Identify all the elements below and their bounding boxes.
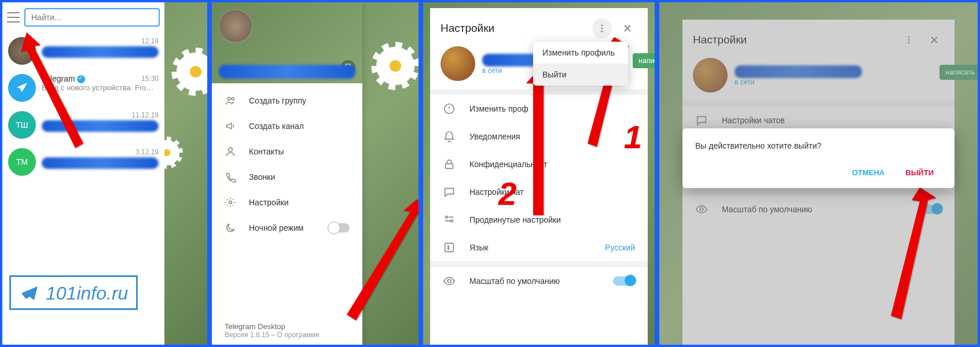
- panel-3-settings-menu: Настройки в сети написать Изменить проф …: [421, 0, 657, 347]
- logout-confirm-dialog: Вы действительно хотите выйти? ОТМЕНА ВЫ…: [682, 128, 955, 188]
- profile-avatar[interactable]: [219, 9, 252, 43]
- menu-new-group[interactable]: Создать группу: [212, 88, 362, 113]
- chat-time: 11.12.19: [131, 111, 159, 119]
- dialog-text: Вы действительно хотите выйти?: [695, 141, 942, 150]
- watermark-logo: 101info.ru: [9, 275, 138, 310]
- red-arrow: [879, 187, 943, 326]
- profile-avatar[interactable]: [441, 46, 475, 81]
- panel-1-chatlist: 12.19 Telegram 15:30 Вход с нового устро…: [0, 0, 210, 347]
- menu-calls[interactable]: Звонки: [212, 164, 362, 190]
- svg-rect-10: [446, 164, 453, 168]
- settings-default-scale[interactable]: Масштаб по умолчанию: [430, 267, 648, 295]
- annotation-1: 1: [624, 118, 642, 156]
- svg-marker-5: [347, 199, 421, 320]
- red-arrow-2: [516, 71, 562, 221]
- search-input[interactable]: [24, 8, 160, 27]
- svg-point-6: [601, 25, 603, 27]
- redacted-blur: [219, 65, 355, 79]
- drawer-header: [212, 2, 362, 83]
- settings-language[interactable]: ЯзыкРусский: [430, 234, 648, 261]
- dropdown-edit-profile[interactable]: Изменить профиль: [533, 42, 628, 64]
- svg-rect-13: [445, 243, 454, 252]
- menu-new-channel[interactable]: Создать канал: [212, 113, 362, 139]
- svg-marker-24: [891, 187, 936, 319]
- write-button[interactable]: написать: [633, 53, 657, 68]
- panel-2-drawer: Создать группу Создать канал Контакты Зв…: [210, 0, 421, 347]
- more-button[interactable]: [592, 19, 612, 38]
- settings-title: Настройки: [441, 22, 586, 35]
- svg-point-14: [447, 279, 451, 283]
- dialog-cancel-button[interactable]: ОТМЕНА: [844, 163, 893, 182]
- tutorial-strip: 12.19 Telegram 15:30 Вход с нового устро…: [0, 0, 980, 347]
- svg-point-3: [229, 147, 233, 152]
- menu-contacts[interactable]: Контакты: [212, 139, 362, 164]
- svg-point-1: [227, 97, 230, 100]
- annotation-2: 2: [498, 175, 516, 212]
- svg-marker-16: [526, 71, 550, 215]
- scale-toggle[interactable]: [613, 276, 635, 286]
- red-arrow: [21, 32, 102, 160]
- chat-time: 12.19: [141, 37, 159, 45]
- dropdown-logout[interactable]: Выйти: [533, 64, 628, 86]
- drawer-footer: Telegram Desktop Версия 1.8.15 – О прогр…: [225, 322, 320, 339]
- dialog-exit-button[interactable]: ВЫЙТИ: [897, 163, 942, 182]
- svg-point-7: [601, 28, 603, 29]
- menu-hamburger-button[interactable]: [7, 12, 20, 23]
- more-dropdown: Изменить профиль Выйти: [533, 42, 628, 86]
- svg-point-4: [229, 201, 232, 204]
- svg-marker-0: [21, 32, 83, 148]
- svg-point-8: [601, 31, 603, 32]
- chat-time: 15:30: [141, 75, 159, 83]
- close-button[interactable]: [618, 19, 637, 38]
- svg-point-2: [232, 98, 234, 100]
- language-value: Русский: [605, 243, 635, 252]
- chat-time: 3.12.19: [135, 148, 159, 156]
- svg-point-12: [451, 220, 453, 222]
- panel-4-confirm-dialog: Настройки в сети написать Настройки чато…: [657, 0, 980, 347]
- svg-point-11: [446, 216, 448, 219]
- red-arrow: [332, 199, 421, 332]
